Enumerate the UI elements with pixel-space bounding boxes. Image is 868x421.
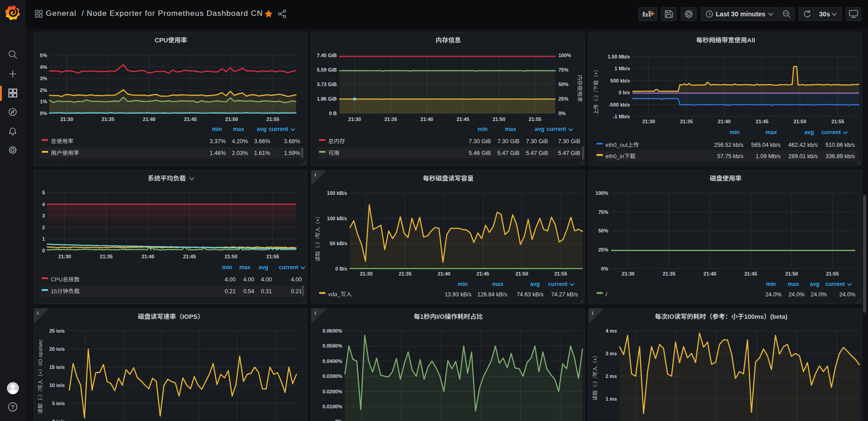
svg-text:289.01 kb/s: 289.01 kb/s: [788, 153, 818, 160]
svg-text:4.00: 4.00: [291, 276, 302, 283]
svg-text:21:55: 21:55: [826, 271, 839, 276]
svg-text:21:55: 21:55: [831, 119, 844, 124]
svg-text:0.54: 0.54: [243, 288, 254, 295]
svg-text:current: current: [269, 126, 289, 132]
svg-text:4 ms: 4 ms: [606, 328, 617, 334]
svg-text:avg: avg: [258, 264, 268, 271]
svg-text:7.30 GiB: 7.30 GiB: [558, 138, 580, 145]
svg-text:21:30: 21:30: [642, 119, 655, 124]
svg-text:24.0%: 24.0%: [811, 291, 827, 298]
svg-text:21:40: 21:40: [438, 271, 451, 276]
svg-text:21:35: 21:35: [680, 119, 693, 124]
svg-text:21:35: 21:35: [399, 271, 412, 276]
svg-text:25 io/s: 25 io/s: [49, 328, 65, 334]
svg-text:current: current: [825, 281, 845, 287]
svg-text:max: max: [766, 129, 777, 135]
svg-text:25%: 25%: [598, 247, 608, 252]
svg-text:?: ?: [11, 404, 15, 411]
svg-text:21:30: 21:30: [348, 116, 361, 122]
svg-text:5.46 GiB: 5.46 GiB: [469, 150, 491, 156]
svg-text:21:40: 21:40: [703, 271, 716, 276]
svg-text:1.50 Mb/s: 1.50 Mb/s: [607, 54, 630, 59]
svg-text:i: i: [315, 310, 316, 315]
svg-text:1 Mb/s: 1 Mb/s: [615, 66, 630, 71]
svg-text:21:50: 21:50: [225, 254, 238, 259]
svg-text:5.47 GiB: 5.47 GiB: [497, 150, 519, 156]
svg-text:4.00: 4.00: [225, 276, 236, 283]
svg-text:0.0400%: 0.0400%: [323, 358, 343, 364]
svg-text:21:55: 21:55: [554, 271, 567, 276]
svg-text:21:50: 21:50: [493, 116, 505, 122]
svg-text:565.04 kb/s: 565.04 kb/s: [751, 142, 781, 148]
svg-text:336.89 kb/s: 336.89 kb/s: [825, 153, 855, 160]
svg-text:50%: 50%: [598, 228, 608, 233]
svg-text:50%: 50%: [558, 82, 568, 87]
svg-text:500 kb/s: 500 kb/s: [611, 78, 630, 83]
svg-text:21:45: 21:45: [456, 116, 469, 122]
svg-text:-1 Mb/s: -1 Mb/s: [613, 114, 630, 119]
svg-text:3 ms: 3 ms: [606, 351, 617, 356]
svg-text:0.0200%: 0.0200%: [323, 389, 343, 394]
svg-text:100 kB/s: 100 kB/s: [327, 216, 347, 221]
svg-text:7.30 GiB: 7.30 GiB: [526, 138, 548, 145]
svg-text:0.0600%: 0.0600%: [323, 328, 343, 334]
svg-text:21:30: 21:30: [58, 254, 71, 259]
svg-text:i: i: [592, 310, 593, 315]
svg-text:21:45: 21:45: [184, 116, 197, 122]
svg-text:30s: 30s: [819, 10, 830, 18]
svg-text:24.0%: 24.0%: [766, 291, 781, 298]
svg-text:256.52 kb/s: 256.52 kb/s: [714, 142, 743, 148]
svg-text:-500 kb/s: -500 kb/s: [609, 102, 630, 107]
svg-text:21:45: 21:45: [183, 254, 196, 259]
svg-text:1.09 Mb/s: 1.09 Mb/s: [756, 153, 781, 160]
svg-text:3.66%: 3.66%: [254, 138, 270, 145]
svg-text:max: max: [233, 126, 244, 132]
svg-text:24.0%: 24.0%: [789, 291, 805, 298]
svg-text:75%: 75%: [598, 209, 608, 215]
svg-text:avg: avg: [534, 126, 544, 132]
svg-text:min: min: [478, 126, 488, 132]
svg-text:50 kB/s: 50 kB/s: [330, 241, 347, 246]
svg-text:2%: 2%: [40, 87, 47, 93]
svg-text:0 io/s: 0 io/s: [52, 419, 65, 421]
svg-text:0.21: 0.21: [225, 288, 236, 295]
svg-text:0%: 0%: [601, 266, 608, 271]
svg-text:3.73 GiB: 3.73 GiB: [317, 82, 337, 87]
svg-text:0.31: 0.31: [261, 288, 272, 295]
svg-text:current: current: [821, 129, 841, 135]
svg-text:1.86 GiB: 1.86 GiB: [317, 96, 337, 102]
svg-text:21:35: 21:35: [102, 116, 114, 122]
svg-text:21:50: 21:50: [794, 119, 806, 124]
svg-text:21:45: 21:45: [756, 119, 768, 124]
svg-text:74.27 kB/s: 74.27 kB/s: [551, 291, 578, 298]
svg-text:20 io/s: 20 io/s: [49, 346, 65, 352]
svg-text:max: max: [505, 126, 516, 132]
svg-text:0%: 0%: [335, 419, 342, 421]
svg-text:21:40: 21:40: [143, 116, 155, 122]
svg-text:75%: 75%: [558, 67, 568, 73]
svg-text:21:30: 21:30: [622, 271, 635, 276]
svg-text:min: min: [766, 281, 776, 287]
svg-text:2: 2: [42, 225, 45, 230]
svg-text:0 B/s: 0 B/s: [335, 266, 347, 271]
svg-text:i: i: [37, 310, 39, 315]
svg-text:10 io/s: 10 io/s: [49, 382, 65, 388]
svg-text:1.46%: 1.46%: [210, 150, 226, 156]
svg-text:4: 4: [42, 202, 45, 207]
svg-text:min: min: [458, 281, 468, 287]
svg-text:2 ms: 2 ms: [606, 373, 617, 379]
svg-text:21:45: 21:45: [476, 271, 489, 276]
svg-text:max: max: [492, 281, 504, 287]
svg-text:21:45: 21:45: [744, 271, 757, 276]
svg-text:3: 3: [42, 213, 45, 218]
svg-text:5.59 GiB: 5.59 GiB: [317, 67, 337, 73]
svg-text:21:40: 21:40: [421, 116, 433, 122]
svg-text:3.37%: 3.37%: [210, 138, 226, 145]
svg-text:4.20%: 4.20%: [232, 138, 248, 145]
svg-text:max: max: [239, 264, 251, 271]
svg-text:21:40: 21:40: [718, 119, 731, 124]
svg-text:0%: 0%: [40, 111, 47, 116]
svg-text:21:35: 21:35: [384, 116, 397, 122]
svg-text:74.63 kB/s: 74.63 kB/s: [517, 291, 543, 298]
svg-text:5%: 5%: [40, 53, 47, 58]
